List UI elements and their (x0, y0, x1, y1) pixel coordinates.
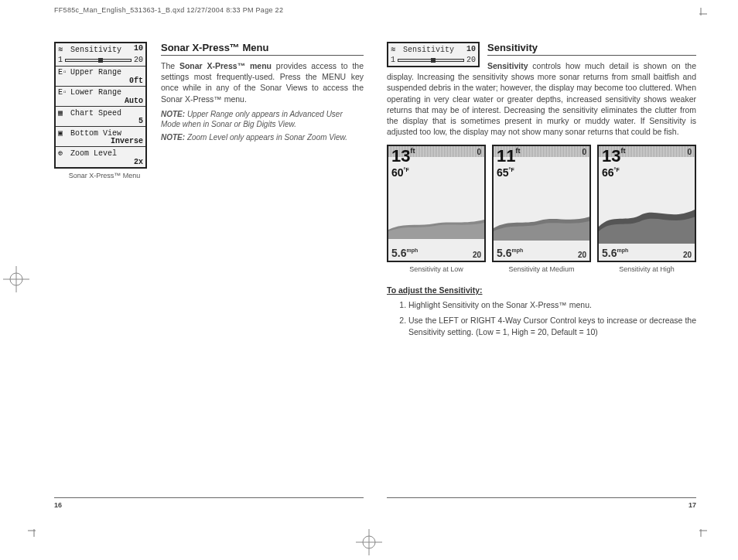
menu-lower-value: Auto (125, 97, 143, 105)
page-number-right: 17 (688, 501, 696, 509)
caption-low: Sensitivity at Low (387, 265, 486, 273)
sensitivity-description: Sensitivity controls how much detail is … (387, 60, 696, 137)
note-zoom-level: NOTE: Zoom Level only appears in Sonar Z… (161, 132, 364, 142)
adjust-steps: Highlight Sensitivity on the Sonar X-Pre… (408, 299, 696, 337)
menu-sensitivity-label: Sensitivity (70, 46, 121, 54)
sonar-menu-description: The Sonar X-Press™ menu provides access … (161, 60, 364, 104)
sonar-screen-medium: 11ft 65°F 0 20 5.6mph (492, 145, 591, 262)
crop-mark-icon (695, 8, 707, 20)
note-upper-range: NOTE: Upper Range only appears in Advanc… (161, 109, 364, 129)
page-number-left: 16 (54, 501, 62, 509)
zoom-icon: ⊕ (58, 149, 66, 158)
menu-caption: Sonar X-Press™ Menu (54, 172, 155, 179)
slider-max: 20 (134, 56, 143, 64)
step-1: Highlight Sensitivity on the Sonar X-Pre… (408, 299, 696, 310)
upper-range-icon: E▫ (58, 68, 66, 77)
section-heading-sensitivity: Sensitivity (487, 42, 696, 56)
sonar-screen-low: 13ft 60°F 0 20 5.6mph (387, 145, 486, 262)
slider-max: 20 (466, 56, 476, 64)
mini-sensitivity-value: 10 (466, 45, 476, 53)
footer-rule (54, 497, 364, 498)
sensitivity-menu-inset: ≋ Sensitivity 10 1 20 (387, 42, 480, 67)
caption-high: Sensitivity at High (597, 265, 696, 273)
slider-min: 1 (58, 56, 63, 64)
menu-chart-label: Chart Speed (70, 109, 121, 118)
registration-mark-icon (3, 266, 29, 294)
menu-zoom-value: 2x (134, 158, 143, 166)
footer-rule (387, 497, 696, 498)
mini-sensitivity-label: Sensitivity (403, 46, 454, 54)
sonar-screen-high: 13ft 66°F 0 20 5.6mph (597, 145, 696, 262)
menu-sensitivity-value: 10 (134, 44, 143, 53)
menu-zoom-label: Zoom Level (70, 149, 117, 158)
section-heading-sonar: Sonar X-Press™ Menu (161, 42, 364, 56)
crop-mark-icon (28, 524, 40, 537)
menu-chart-value: 5 (138, 117, 143, 125)
bottom-view-icon: ▣ (58, 128, 66, 138)
caption-medium: Sensitivity at Medium (492, 265, 591, 273)
adjust-heading: To adjust the Sensitivity: (387, 285, 696, 295)
menu-upper-label: Upper Range (70, 68, 121, 77)
menu-lower-label: Lower Range (70, 88, 121, 97)
sensitivity-icon: ≋ (58, 45, 66, 54)
slider-min: 1 (391, 56, 395, 64)
crop-mark-icon (695, 524, 707, 537)
sensitivity-icon: ≋ (391, 45, 398, 54)
page-right: ≋ Sensitivity 10 1 20 Sensitivity Sensit… (387, 42, 696, 506)
registration-mark-icon (356, 529, 382, 557)
menu-upper-value: 0ft (129, 77, 143, 85)
sonar-examples-row: 13ft 60°F 0 20 5.6mph Sensitivity at Low… (387, 145, 696, 273)
menu-bottom-value: Inverse (111, 137, 143, 145)
chart-speed-icon: ▦ (58, 108, 66, 118)
sonar-menu-screenshot: ≋ Sensitivity 10 1 20 E▫ Upper Range 0ft… (54, 42, 147, 169)
lower-range-icon: E▫ (58, 88, 66, 97)
print-slug: FF585c_Man_English_531363-1_B.qxd 12/27/… (54, 6, 283, 14)
step-2: Use the LEFT or RIGHT 4-Way Cursor Contr… (408, 315, 696, 336)
page-left: ≋ Sensitivity 10 1 20 E▫ Upper Range 0ft… (54, 42, 364, 506)
